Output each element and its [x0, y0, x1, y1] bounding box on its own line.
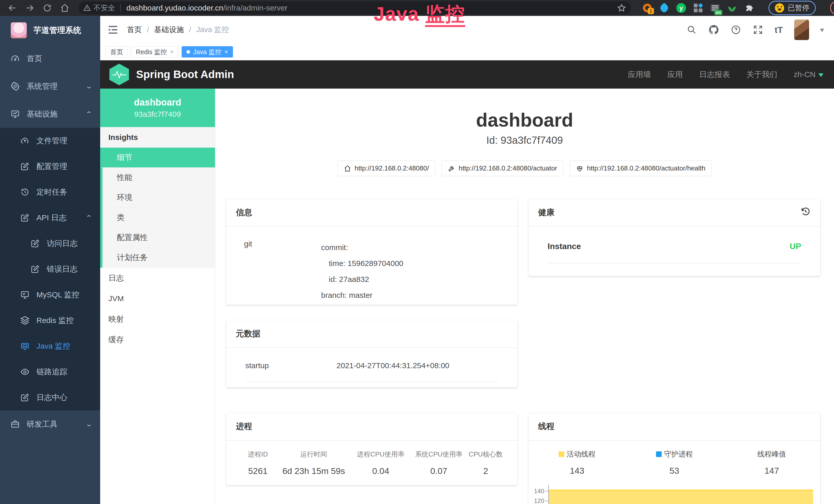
extensions-puzzle-icon[interactable]	[744, 3, 754, 13]
actuator-url-chip[interactable]: http://192.168.0.2:48080/actuator	[441, 160, 564, 176]
extension-badge: 1	[648, 8, 654, 14]
extension-orange-icon[interactable]: 1	[642, 3, 652, 13]
main-content: dashboard Id: 93a3fc7f7409 http://192.16…	[215, 89, 834, 504]
wrench-icon	[448, 165, 455, 172]
github-icon[interactable]	[708, 24, 719, 35]
sidebar-item-config-mgmt[interactable]: 配置管理	[0, 154, 100, 179]
sba-nav-about[interactable]: 关于我们	[746, 69, 777, 80]
chevron-up-icon: ⌃	[85, 214, 92, 221]
nav-item-jvm[interactable]: JVM	[100, 288, 215, 309]
warning-icon	[83, 4, 91, 12]
spring-boot-admin-logo	[109, 64, 129, 85]
sba-language-select[interactable]: zh-CN ▾	[794, 70, 823, 79]
nav-item-environment[interactable]: 环境	[100, 188, 215, 208]
extension-grid-icon[interactable]	[693, 3, 703, 13]
extension-leaf-icon[interactable]	[727, 3, 737, 13]
help-icon[interactable]	[730, 24, 741, 35]
security-label: 不安全	[93, 3, 115, 13]
address-bar[interactable]: 不安全 dashboard.yudao.iocoder.cn/infra/adm…	[79, 2, 631, 15]
search-icon[interactable]	[686, 24, 697, 35]
extension-on-badge: on	[714, 10, 722, 15]
hamburger-icon[interactable]	[107, 24, 119, 36]
health-url-chip[interactable]: http://192.168.0.2:48080/actuator/health	[570, 160, 712, 176]
sba-nav-wallboard[interactable]: 应用墙	[628, 69, 651, 80]
sidebar-item-access-logs[interactable]: 访问日志	[0, 231, 100, 256]
nav-item-mappings[interactable]: 映射	[100, 309, 215, 329]
eye-icon	[20, 367, 30, 377]
home-icon[interactable]	[60, 3, 70, 13]
instance-links: http://192.168.0.2:48080/ http://192.168…	[215, 160, 834, 176]
nav-item-scheduled-tasks[interactable]: 计划任务	[100, 248, 215, 268]
extension-kite-icon[interactable]	[659, 3, 670, 13]
nav-item-config-props[interactable]: 配置属性	[100, 228, 215, 248]
chrome-update-button[interactable]: 更新	[830, 1, 834, 15]
sidebar-item-java-monitor[interactable]: Java 监控	[0, 333, 100, 359]
tab-home[interactable]: 首页	[105, 46, 128, 58]
threads-legend: 活动线程 143 守护进程 53 线程峰值 147	[528, 449, 820, 476]
caret-down-icon: ▾	[818, 70, 824, 79]
bookmark-star-icon[interactable]	[616, 3, 627, 13]
user-avatar[interactable]	[794, 20, 809, 40]
nav-item-metrics[interactable]: 性能	[100, 168, 215, 188]
instance-id: 93a3fc7f7409	[134, 110, 181, 119]
nav-item-logs[interactable]: 日志	[100, 268, 215, 288]
security-chip[interactable]: 不安全	[83, 4, 121, 12]
breadcrumb-home[interactable]: 首页	[127, 25, 142, 35]
sidebar-item-system[interactable]: 系统管理 ⌄	[0, 72, 100, 100]
fullscreen-icon[interactable]	[752, 24, 763, 35]
extensions-area: 1 y on 已暂停 更新	[642, 1, 834, 15]
sidebar-item-error-logs[interactable]: 错误日志	[0, 256, 100, 282]
sba-instance-nav: dashboard 93a3fc7f7409 Insights 细节 性能 环境…	[100, 89, 215, 504]
close-icon[interactable]: ×	[170, 48, 174, 55]
reload-icon[interactable]	[42, 3, 52, 13]
edit-square-icon	[30, 238, 40, 248]
app-header: 首页 / 基础设施 / Java 监控 tT ▾	[100, 16, 834, 44]
sidebar-item-api-logs[interactable]: API 日志 ⌃	[0, 205, 100, 231]
cloud-upload-icon	[20, 136, 30, 145]
service-url-chip[interactable]: http://192.168.0.2:48080/	[337, 160, 435, 176]
nav-item-caches[interactable]: 缓存	[100, 329, 215, 350]
metadata-row-startup: startup 2021-04-27T00:44:31.254+08:00	[245, 361, 498, 382]
instance-header: dashboard 93a3fc7f7409	[100, 89, 215, 127]
tab-redis-monitor[interactable]: Redis 监控 ×	[131, 46, 178, 58]
sba-nav-journal[interactable]: 日志报表	[699, 69, 730, 80]
profile-paused-badge[interactable]: 已暂停	[768, 1, 816, 15]
legend-live-threads: 活动线程 143	[528, 449, 626, 476]
sidebar-item-mysql-monitor[interactable]: MySQL 监控	[0, 282, 100, 307]
nav-item-details[interactable]: 细节	[100, 147, 215, 168]
tab-java-monitor[interactable]: Java 监控 ×	[182, 46, 233, 58]
sidebar-item-infra[interactable]: 基础设施 ⌃	[0, 100, 100, 128]
briefcase-icon	[10, 419, 20, 429]
sidebar-item-home[interactable]: 首页	[0, 45, 100, 72]
sidebar-item-tracing[interactable]: 链路追踪	[0, 359, 100, 385]
sidebar-item-redis-monitor[interactable]: Redis 监控	[0, 307, 100, 333]
sidebar-item-log-center[interactable]: 日志中心	[0, 385, 100, 410]
live-threads-area	[549, 489, 813, 504]
extension-list-on-icon[interactable]: on	[710, 3, 720, 13]
close-icon[interactable]: ×	[224, 48, 228, 55]
card-info-title: 信息	[236, 207, 252, 218]
extension-y-icon[interactable]: y	[676, 3, 686, 13]
user-menu-caret-icon[interactable]: ▾	[820, 26, 824, 34]
edit-square-icon	[20, 161, 30, 171]
sidebar-item-dev-tools[interactable]: 研发工具 ⌄	[0, 410, 100, 438]
sidebar-submenu-infra: 文件管理 配置管理 定时任务 API 日志 ⌃	[0, 128, 100, 410]
sidebar-item-cron-jobs[interactable]: 定时任务	[0, 179, 100, 205]
dashboard-gauge-icon	[10, 54, 20, 63]
card-threads: 线程 活动线程 143 守护进程 53 线程峰值 14	[528, 413, 820, 504]
legend-daemon-threads: 守护进程 53	[626, 449, 723, 476]
sba-brand[interactable]: Spring Boot Admin	[136, 68, 234, 81]
back-icon[interactable]	[7, 3, 18, 13]
nav-item-classes[interactable]: 类	[100, 208, 215, 228]
sidebar-item-file-mgmt[interactable]: 文件管理	[0, 128, 100, 154]
sba-nav-applications[interactable]: 应用	[667, 69, 683, 80]
text-size-icon[interactable]: tT	[775, 25, 783, 35]
forward-icon[interactable]	[25, 3, 35, 13]
annotation-part1: Java	[374, 3, 425, 25]
history-icon[interactable]	[800, 206, 811, 219]
url-path: /infra/admin-server	[223, 4, 287, 12]
edit-square-icon	[20, 393, 30, 402]
edit-square-icon	[20, 213, 30, 223]
breadcrumb-infra[interactable]: 基础设施	[154, 25, 184, 35]
app-logo-row: 芋道管理系统	[0, 16, 100, 45]
